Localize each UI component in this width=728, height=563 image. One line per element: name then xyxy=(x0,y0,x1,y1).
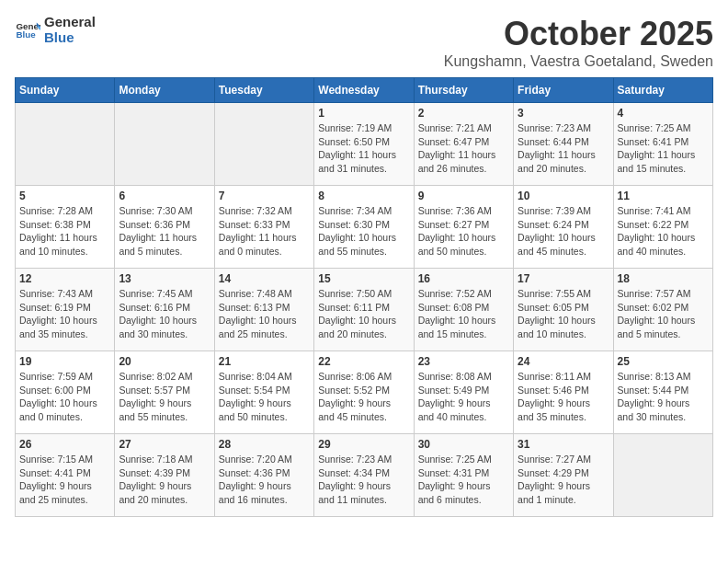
calendar-cell: 13Sunrise: 7:45 AM Sunset: 6:16 PM Dayli… xyxy=(115,269,214,351)
week-row-4: 26Sunrise: 7:15 AM Sunset: 4:41 PM Dayli… xyxy=(16,434,713,517)
day-number: 5 xyxy=(19,190,110,202)
calendar-cell: 11Sunrise: 7:41 AM Sunset: 6:22 PM Dayli… xyxy=(613,186,712,269)
calendar-cell: 4Sunrise: 7:25 AM Sunset: 6:41 PM Daylig… xyxy=(613,103,712,186)
week-row-0: 1Sunrise: 7:19 AM Sunset: 6:50 PM Daylig… xyxy=(16,103,713,186)
calendar-body: 1Sunrise: 7:19 AM Sunset: 6:50 PM Daylig… xyxy=(16,103,713,517)
day-number: 22 xyxy=(318,355,409,368)
day-number: 13 xyxy=(119,272,210,285)
calendar-cell: 15Sunrise: 7:50 AM Sunset: 6:11 PM Dayli… xyxy=(314,269,414,351)
day-number: 17 xyxy=(518,272,609,285)
day-number: 18 xyxy=(618,272,709,285)
day-info: Sunrise: 8:11 AM Sunset: 5:46 PM Dayligh… xyxy=(518,370,609,424)
day-info: Sunrise: 8:13 AM Sunset: 5:44 PM Dayligh… xyxy=(618,370,709,424)
day-info: Sunrise: 7:25 AM Sunset: 4:31 PM Dayligh… xyxy=(418,453,509,507)
day-number: 21 xyxy=(219,355,310,368)
calendar-cell: 29Sunrise: 7:23 AM Sunset: 4:34 PM Dayli… xyxy=(314,434,414,517)
day-number: 11 xyxy=(618,190,709,202)
header-day-wednesday: Wednesday xyxy=(314,78,414,103)
day-info: Sunrise: 8:02 AM Sunset: 5:57 PM Dayligh… xyxy=(119,370,210,424)
day-info: Sunrise: 7:55 AM Sunset: 6:05 PM Dayligh… xyxy=(518,287,609,341)
calendar-cell xyxy=(214,103,313,186)
calendar-cell: 10Sunrise: 7:39 AM Sunset: 6:24 PM Dayli… xyxy=(514,186,613,269)
calendar-cell: 16Sunrise: 7:52 AM Sunset: 6:08 PM Dayli… xyxy=(414,269,513,351)
location-title: Kungshamn, Vaestra Goetaland, Sweden xyxy=(444,53,713,70)
logo-icon: General Blue xyxy=(15,17,40,43)
day-info: Sunrise: 7:32 AM Sunset: 6:33 PM Dayligh… xyxy=(219,204,310,259)
day-number: 27 xyxy=(119,438,210,451)
header-day-thursday: Thursday xyxy=(414,78,513,103)
day-number: 6 xyxy=(119,190,210,202)
calendar-cell: 20Sunrise: 8:02 AM Sunset: 5:57 PM Dayli… xyxy=(115,351,214,434)
day-number: 15 xyxy=(318,272,409,285)
day-info: Sunrise: 8:06 AM Sunset: 5:52 PM Dayligh… xyxy=(318,370,409,424)
calendar-cell: 6Sunrise: 7:30 AM Sunset: 6:36 PM Daylig… xyxy=(115,186,214,269)
day-info: Sunrise: 7:41 AM Sunset: 6:22 PM Dayligh… xyxy=(618,204,709,259)
calendar-cell xyxy=(16,103,115,186)
calendar-table: SundayMondayTuesdayWednesdayThursdayFrid… xyxy=(15,77,713,517)
day-number: 23 xyxy=(418,355,509,368)
day-info: Sunrise: 7:45 AM Sunset: 6:16 PM Dayligh… xyxy=(119,287,210,341)
header-day-friday: Friday xyxy=(514,78,613,103)
calendar-cell: 17Sunrise: 7:55 AM Sunset: 6:05 PM Dayli… xyxy=(514,269,613,351)
day-info: Sunrise: 7:25 AM Sunset: 6:41 PM Dayligh… xyxy=(618,121,709,176)
day-number: 31 xyxy=(518,438,609,451)
calendar-cell: 27Sunrise: 7:18 AM Sunset: 4:39 PM Dayli… xyxy=(115,434,214,517)
calendar-cell: 19Sunrise: 7:59 AM Sunset: 6:00 PM Dayli… xyxy=(16,351,115,434)
day-info: Sunrise: 7:23 AM Sunset: 4:34 PM Dayligh… xyxy=(318,453,409,507)
calendar-cell: 14Sunrise: 7:48 AM Sunset: 6:13 PM Dayli… xyxy=(214,269,313,351)
calendar-cell: 22Sunrise: 8:06 AM Sunset: 5:52 PM Dayli… xyxy=(314,351,414,434)
day-number: 20 xyxy=(119,355,210,368)
calendar-cell: 7Sunrise: 7:32 AM Sunset: 6:33 PM Daylig… xyxy=(214,186,313,269)
calendar-cell: 31Sunrise: 7:27 AM Sunset: 4:29 PM Dayli… xyxy=(514,434,613,517)
header-day-tuesday: Tuesday xyxy=(214,78,313,103)
header-day-saturday: Saturday xyxy=(613,78,712,103)
header-day-monday: Monday xyxy=(115,78,214,103)
day-info: Sunrise: 7:15 AM Sunset: 4:41 PM Dayligh… xyxy=(19,453,110,507)
day-info: Sunrise: 7:36 AM Sunset: 6:27 PM Dayligh… xyxy=(418,204,509,259)
title-section: October 2025 Kungshamn, Vaestra Goetalan… xyxy=(444,15,713,70)
calendar-cell: 9Sunrise: 7:36 AM Sunset: 6:27 PM Daylig… xyxy=(414,186,513,269)
calendar-cell: 3Sunrise: 7:23 AM Sunset: 6:44 PM Daylig… xyxy=(514,103,613,186)
calendar-cell: 12Sunrise: 7:43 AM Sunset: 6:19 PM Dayli… xyxy=(16,269,115,351)
day-number: 30 xyxy=(418,438,509,451)
day-number: 29 xyxy=(318,438,409,451)
calendar-cell: 28Sunrise: 7:20 AM Sunset: 4:36 PM Dayli… xyxy=(214,434,313,517)
day-info: Sunrise: 7:18 AM Sunset: 4:39 PM Dayligh… xyxy=(119,453,210,507)
day-number: 8 xyxy=(318,190,409,202)
day-info: Sunrise: 7:34 AM Sunset: 6:30 PM Dayligh… xyxy=(318,204,409,259)
day-number: 19 xyxy=(19,355,110,368)
logo-blue-text: Blue xyxy=(44,30,96,46)
calendar-cell: 25Sunrise: 8:13 AM Sunset: 5:44 PM Dayli… xyxy=(613,351,712,434)
day-info: Sunrise: 7:43 AM Sunset: 6:19 PM Dayligh… xyxy=(19,287,110,341)
day-info: Sunrise: 8:08 AM Sunset: 5:49 PM Dayligh… xyxy=(418,370,509,424)
day-info: Sunrise: 7:39 AM Sunset: 6:24 PM Dayligh… xyxy=(518,204,609,259)
day-info: Sunrise: 7:59 AM Sunset: 6:00 PM Dayligh… xyxy=(19,370,110,424)
day-number: 24 xyxy=(518,355,609,368)
calendar-cell xyxy=(115,103,214,186)
day-info: Sunrise: 7:23 AM Sunset: 6:44 PM Dayligh… xyxy=(518,121,609,176)
day-number: 4 xyxy=(618,107,709,120)
logo: General Blue General Blue xyxy=(15,15,96,45)
calendar-cell: 24Sunrise: 8:11 AM Sunset: 5:46 PM Dayli… xyxy=(514,351,613,434)
calendar-cell: 8Sunrise: 7:34 AM Sunset: 6:30 PM Daylig… xyxy=(314,186,414,269)
calendar-cell: 1Sunrise: 7:19 AM Sunset: 6:50 PM Daylig… xyxy=(314,103,414,186)
calendar-cell: 18Sunrise: 7:57 AM Sunset: 6:02 PM Dayli… xyxy=(613,269,712,351)
day-number: 2 xyxy=(418,107,509,120)
logo-general-text: General xyxy=(44,15,96,30)
week-row-3: 19Sunrise: 7:59 AM Sunset: 6:00 PM Dayli… xyxy=(16,351,713,434)
day-number: 25 xyxy=(618,355,709,368)
day-info: Sunrise: 7:52 AM Sunset: 6:08 PM Dayligh… xyxy=(418,287,509,341)
header-day-sunday: Sunday xyxy=(16,78,115,103)
day-info: Sunrise: 7:20 AM Sunset: 4:36 PM Dayligh… xyxy=(219,453,310,507)
day-info: Sunrise: 7:48 AM Sunset: 6:13 PM Dayligh… xyxy=(219,287,310,341)
day-number: 10 xyxy=(518,190,609,202)
day-info: Sunrise: 7:30 AM Sunset: 6:36 PM Dayligh… xyxy=(119,204,210,259)
day-number: 26 xyxy=(19,438,110,451)
calendar-header: SundayMondayTuesdayWednesdayThursdayFrid… xyxy=(16,78,713,103)
day-info: Sunrise: 7:57 AM Sunset: 6:02 PM Dayligh… xyxy=(618,287,709,341)
day-number: 1 xyxy=(318,107,409,120)
day-number: 9 xyxy=(418,190,509,202)
day-number: 14 xyxy=(219,272,310,285)
day-info: Sunrise: 7:27 AM Sunset: 4:29 PM Dayligh… xyxy=(518,453,609,507)
header-row: SundayMondayTuesdayWednesdayThursdayFrid… xyxy=(16,78,713,103)
